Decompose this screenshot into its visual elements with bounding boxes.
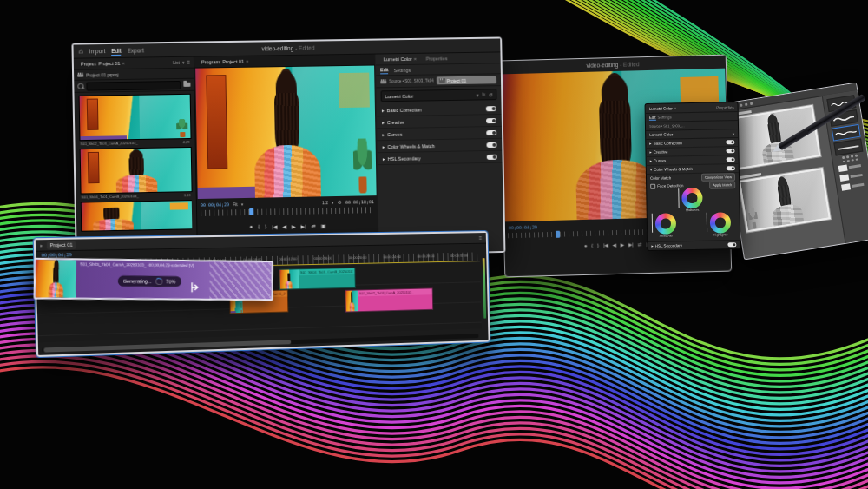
tab-timeline[interactable]: Project 01 [46, 241, 76, 249]
mark-out-button[interactable]: } [597, 243, 599, 248]
tab-project[interactable]: Project: Project 01 × [77, 58, 128, 69]
lumetri-section-hsl-secondary[interactable]: ▸ HSL Secondary [648, 240, 740, 250]
go-to-out-button[interactable]: ▶| [628, 241, 634, 247]
section-toggle[interactable] [486, 106, 496, 111]
chevron-right-icon: ▸ [382, 132, 385, 137]
section-toggle[interactable] [727, 157, 735, 162]
add-marker-button[interactable]: ● [584, 243, 587, 248]
subtab-settings[interactable]: Settings [393, 66, 411, 73]
export-frame-button[interactable]: ▣ [321, 222, 326, 228]
tab-close-icon[interactable]: × [246, 59, 248, 64]
step-back-button[interactable]: ◀ [282, 223, 286, 229]
mark-in-button[interactable]: { [591, 243, 593, 248]
view-mode-dropdown[interactable]: List [173, 60, 180, 65]
clip-thumbnail[interactable] [80, 147, 193, 195]
section-toggle[interactable] [727, 166, 735, 170]
project-file-label: Project 01.prproj [86, 71, 118, 77]
storyboard-frame[interactable] [739, 168, 831, 233]
effect-dropdown[interactable]: Lumetri Color ▾ fx ↺ [381, 89, 497, 102]
step-back-button[interactable]: ◀ [613, 242, 616, 248]
ruler-label: 00;00;12;00 [279, 256, 297, 261]
clip-thumbnail-image [82, 201, 193, 231]
tab-properties[interactable]: Properties [716, 105, 734, 109]
project-clip-card[interactable]: S01_Sh02_Tk03_CamA_20250103_ 4;29 [79, 94, 191, 146]
section-label: Color Wheels & Match [654, 167, 693, 172]
menu-edit[interactable]: Edit [111, 46, 121, 55]
layer-row[interactable] [841, 180, 868, 192]
tab-program[interactable]: Program: Project 01 × [198, 56, 253, 68]
shadows-wheel[interactable] [655, 213, 676, 234]
timeline-clip-teal[interactable]: S01_Sh04_Tk01_CamB_20250103_ [279, 268, 356, 290]
go-to-in-button[interactable]: |◀ [272, 223, 277, 229]
play-button[interactable]: ▶ [292, 222, 296, 228]
clip-thumbnail[interactable] [79, 94, 192, 141]
wheel-label: Midtones [682, 208, 703, 212]
generating-clip[interactable]: S01_Sh03_Tk04_CamA_20250103_ -00;00;04;2… [34, 258, 273, 301]
search-input[interactable] [86, 80, 181, 90]
clip-thumbnail [36, 260, 76, 298]
middle-playhead[interactable] [556, 231, 560, 238]
settings-wrench-icon[interactable]: ⚙ [337, 199, 341, 205]
playback-resolution-dropdown[interactable]: 1/2 [322, 200, 328, 205]
menu-import[interactable]: Import [89, 47, 106, 55]
section-toggle[interactable] [487, 154, 497, 159]
target-project-button[interactable]: Project 01 [437, 76, 496, 84]
project-clip-card[interactable] [81, 200, 193, 232]
subtab-edit[interactable]: Edit [380, 66, 389, 74]
clip-name: S01_Sh02_Tk03_CamA_20250103_ [81, 141, 138, 146]
loop-button[interactable]: ⇄ [312, 222, 316, 228]
section-toggle[interactable] [726, 149, 734, 153]
midtones-wheel[interactable] [681, 188, 702, 208]
clip-thumbnail-image [80, 95, 191, 140]
timeline-timecode: 00;00;04;29 [42, 252, 72, 258]
fx-badge-icon[interactable]: fx [482, 92, 485, 96]
clip-thumbnail[interactable] [81, 200, 193, 232]
effect-dropdown[interactable]: Lumetri Color [649, 132, 673, 136]
panel-menu-icon[interactable]: ≡ [187, 60, 190, 65]
section-toggle[interactable] [727, 242, 736, 247]
reset-icon[interactable]: ↺ [489, 92, 493, 97]
go-to-in-button[interactable]: |◀ [603, 242, 608, 248]
current-timecode: 00;00;04;29 [201, 202, 229, 208]
mark-out-button[interactable]: } [265, 224, 266, 229]
playhead[interactable] [249, 208, 253, 215]
home-icon[interactable]: ⌂ [79, 47, 83, 55]
section-toggle[interactable] [726, 140, 734, 144]
shadows-slider[interactable] [652, 214, 653, 233]
subtab-settings[interactable]: Settings [658, 115, 672, 119]
timeline-clip-magenta[interactable]: S01_Sh02_Tk03_CamA_20250103_ [345, 287, 433, 312]
project-clip-card[interactable]: S01_Sh04_Tk01_CamB_20250103_ 1;19 [80, 147, 192, 200]
highlights-wheel[interactable] [710, 212, 731, 233]
play-button[interactable]: ▶ [621, 242, 624, 248]
source-clip-label: Source • S01_Sh03_... [649, 123, 685, 129]
section-label: HSL Secondary [655, 243, 682, 248]
chevron-right-icon[interactable]: ▸ [40, 242, 43, 248]
tab-properties[interactable]: Properties [423, 56, 451, 61]
section-toggle[interactable] [486, 118, 496, 123]
caret-down-icon: ▾ [332, 200, 334, 205]
subtab-edit[interactable]: Edit [649, 115, 656, 120]
folder-icon[interactable] [183, 83, 190, 87]
tab-lumetri-color[interactable]: Lumetri Color [649, 106, 673, 110]
tab-close-icon[interactable]: × [414, 56, 417, 62]
menu-export[interactable]: Export [128, 46, 144, 54]
tab-close-icon[interactable]: × [674, 106, 677, 110]
tab-lumetri-color[interactable]: Lumetri Color × [380, 54, 420, 65]
section-toggle[interactable] [486, 129, 496, 135]
add-marker-button[interactable]: ● [249, 224, 253, 229]
midtones-slider[interactable] [678, 188, 679, 208]
clip-icon [380, 79, 386, 83]
mark-in-button[interactable]: { [258, 224, 260, 229]
program-image [195, 66, 377, 199]
tab-close-icon[interactable]: × [122, 61, 124, 66]
go-to-out-button[interactable]: ▶| [301, 222, 306, 228]
chevron-right-icon: ▸ [649, 150, 651, 155]
panel-menu-icon[interactable]: ≡ [479, 235, 482, 241]
section-label: Creative [654, 149, 668, 154]
highlights-slider[interactable] [707, 213, 707, 232]
lumetri-section-hsl-secondary[interactable]: ▸ HSL Secondary [378, 151, 503, 165]
storyboard-frame[interactable] [728, 105, 820, 170]
zoom-level-dropdown[interactable]: Fit [233, 202, 238, 207]
loop-button[interactable]: ⇄ [638, 241, 642, 247]
section-toggle[interactable] [486, 142, 496, 147]
